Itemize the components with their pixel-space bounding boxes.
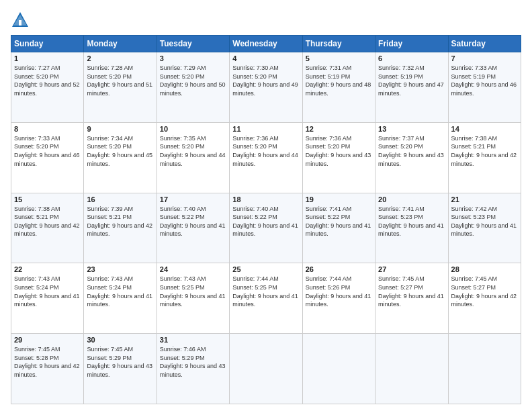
calendar-cell: 7Sunrise: 7:33 AMSunset: 5:19 PMDaylight… bbox=[448, 52, 521, 123]
calendar-cell: 29Sunrise: 7:45 AMSunset: 5:28 PMDayligh… bbox=[11, 334, 84, 404]
calendar-cell: 30Sunrise: 7:45 AMSunset: 5:29 PMDayligh… bbox=[84, 334, 157, 404]
calendar-cell: 6Sunrise: 7:32 AMSunset: 5:19 PMDaylight… bbox=[375, 52, 448, 123]
weekday-header: Thursday bbox=[302, 36, 375, 52]
day-number: 10 bbox=[160, 125, 226, 133]
day-number: 15 bbox=[14, 195, 81, 203]
calendar-week-row: 8Sunrise: 7:33 AMSunset: 5:20 PMDaylight… bbox=[11, 122, 521, 193]
day-info: Sunrise: 7:44 AMSunset: 5:26 PMDaylight:… bbox=[306, 275, 372, 308]
day-info: Sunrise: 7:38 AMSunset: 5:21 PMDaylight:… bbox=[451, 134, 518, 168]
day-number: 28 bbox=[451, 265, 518, 273]
header-row: SundayMondayTuesdayWednesdayThursdayFrid… bbox=[11, 36, 521, 52]
day-number: 7 bbox=[451, 54, 518, 62]
day-number: 5 bbox=[306, 54, 372, 62]
calendar-cell: 22Sunrise: 7:43 AMSunset: 5:24 PMDayligh… bbox=[11, 263, 84, 334]
day-info: Sunrise: 7:45 AMSunset: 5:29 PMDaylight:… bbox=[87, 345, 153, 379]
calendar-cell: 27Sunrise: 7:45 AMSunset: 5:27 PMDayligh… bbox=[375, 263, 448, 334]
day-number: 13 bbox=[378, 125, 445, 133]
day-number: 8 bbox=[14, 125, 81, 133]
day-info: Sunrise: 7:27 AMSunset: 5:20 PMDaylight:… bbox=[14, 64, 81, 97]
day-info: Sunrise: 7:36 AMSunset: 5:20 PMDaylight:… bbox=[306, 134, 372, 168]
day-number: 29 bbox=[14, 336, 81, 344]
day-info: Sunrise: 7:45 AMSunset: 5:27 PMDaylight:… bbox=[451, 275, 518, 308]
weekday-header: Wednesday bbox=[230, 36, 302, 52]
day-number: 25 bbox=[232, 265, 299, 273]
day-number: 14 bbox=[451, 125, 518, 133]
day-info: Sunrise: 7:28 AMSunset: 5:20 PMDaylight:… bbox=[87, 64, 153, 97]
calendar-cell: 10Sunrise: 7:35 AMSunset: 5:20 PMDayligh… bbox=[157, 122, 229, 193]
logo-icon bbox=[11, 11, 30, 30]
day-number: 1 bbox=[14, 54, 81, 62]
day-number: 11 bbox=[232, 125, 299, 133]
day-info: Sunrise: 7:32 AMSunset: 5:19 PMDaylight:… bbox=[378, 64, 445, 97]
calendar-cell: 12Sunrise: 7:36 AMSunset: 5:20 PMDayligh… bbox=[302, 122, 375, 193]
day-info: Sunrise: 7:41 AMSunset: 5:23 PMDaylight:… bbox=[378, 205, 445, 238]
calendar-week-row: 15Sunrise: 7:38 AMSunset: 5:21 PMDayligh… bbox=[11, 193, 521, 263]
day-number: 21 bbox=[451, 195, 518, 203]
day-info: Sunrise: 7:34 AMSunset: 5:20 PMDaylight:… bbox=[87, 134, 153, 168]
calendar-cell: 23Sunrise: 7:43 AMSunset: 5:24 PMDayligh… bbox=[84, 263, 157, 334]
day-info: Sunrise: 7:42 AMSunset: 5:23 PMDaylight:… bbox=[451, 205, 518, 238]
calendar-cell bbox=[375, 334, 448, 404]
weekday-header: Friday bbox=[375, 36, 448, 52]
day-info: Sunrise: 7:35 AMSunset: 5:20 PMDaylight:… bbox=[160, 134, 226, 168]
calendar-cell: 9Sunrise: 7:34 AMSunset: 5:20 PMDaylight… bbox=[84, 122, 157, 193]
header bbox=[11, 11, 521, 30]
calendar-cell: 13Sunrise: 7:37 AMSunset: 5:20 PMDayligh… bbox=[375, 122, 448, 193]
day-info: Sunrise: 7:33 AMSunset: 5:19 PMDaylight:… bbox=[451, 64, 518, 97]
day-number: 9 bbox=[87, 125, 153, 133]
day-number: 22 bbox=[14, 265, 81, 273]
day-info: Sunrise: 7:33 AMSunset: 5:20 PMDaylight:… bbox=[14, 134, 81, 168]
calendar-cell: 8Sunrise: 7:33 AMSunset: 5:20 PMDaylight… bbox=[11, 122, 84, 193]
day-number: 18 bbox=[232, 195, 299, 203]
day-number: 12 bbox=[306, 125, 372, 133]
day-info: Sunrise: 7:31 AMSunset: 5:19 PMDaylight:… bbox=[306, 64, 372, 97]
calendar-cell: 24Sunrise: 7:43 AMSunset: 5:25 PMDayligh… bbox=[157, 263, 229, 334]
day-info: Sunrise: 7:44 AMSunset: 5:25 PMDaylight:… bbox=[232, 275, 299, 308]
calendar-cell: 28Sunrise: 7:45 AMSunset: 5:27 PMDayligh… bbox=[448, 263, 521, 334]
logo bbox=[11, 11, 32, 30]
calendar-cell: 15Sunrise: 7:38 AMSunset: 5:21 PMDayligh… bbox=[11, 193, 84, 263]
calendar-cell: 16Sunrise: 7:39 AMSunset: 5:21 PMDayligh… bbox=[84, 193, 157, 263]
day-number: 27 bbox=[378, 265, 445, 273]
calendar-cell bbox=[230, 334, 302, 404]
calendar-cell bbox=[302, 334, 375, 404]
day-number: 2 bbox=[87, 54, 153, 62]
day-info: Sunrise: 7:43 AMSunset: 5:24 PMDaylight:… bbox=[87, 275, 153, 308]
day-info: Sunrise: 7:29 AMSunset: 5:20 PMDaylight:… bbox=[160, 64, 226, 97]
day-info: Sunrise: 7:36 AMSunset: 5:20 PMDaylight:… bbox=[232, 134, 299, 168]
weekday-header: Saturday bbox=[448, 36, 521, 52]
day-number: 4 bbox=[232, 54, 299, 62]
calendar-cell: 21Sunrise: 7:42 AMSunset: 5:23 PMDayligh… bbox=[448, 193, 521, 263]
day-info: Sunrise: 7:43 AMSunset: 5:25 PMDaylight:… bbox=[160, 275, 226, 308]
day-number: 19 bbox=[306, 195, 372, 203]
calendar-cell: 5Sunrise: 7:31 AMSunset: 5:19 PMDaylight… bbox=[302, 52, 375, 123]
weekday-header: Monday bbox=[84, 36, 157, 52]
day-info: Sunrise: 7:45 AMSunset: 5:27 PMDaylight:… bbox=[378, 275, 445, 308]
calendar-week-row: 29Sunrise: 7:45 AMSunset: 5:28 PMDayligh… bbox=[11, 334, 521, 404]
day-number: 24 bbox=[160, 265, 226, 273]
day-info: Sunrise: 7:43 AMSunset: 5:24 PMDaylight:… bbox=[14, 275, 81, 308]
day-number: 16 bbox=[87, 195, 153, 203]
day-info: Sunrise: 7:46 AMSunset: 5:29 PMDaylight:… bbox=[160, 345, 226, 379]
day-number: 3 bbox=[160, 54, 226, 62]
calendar-cell: 14Sunrise: 7:38 AMSunset: 5:21 PMDayligh… bbox=[448, 122, 521, 193]
calendar-cell: 19Sunrise: 7:41 AMSunset: 5:22 PMDayligh… bbox=[302, 193, 375, 263]
day-info: Sunrise: 7:41 AMSunset: 5:22 PMDaylight:… bbox=[306, 205, 372, 238]
calendar-cell bbox=[448, 334, 521, 404]
day-info: Sunrise: 7:30 AMSunset: 5:20 PMDaylight:… bbox=[232, 64, 299, 97]
day-number: 20 bbox=[378, 195, 445, 203]
day-info: Sunrise: 7:40 AMSunset: 5:22 PMDaylight:… bbox=[232, 205, 299, 238]
calendar-cell: 4Sunrise: 7:30 AMSunset: 5:20 PMDaylight… bbox=[230, 52, 302, 123]
day-info: Sunrise: 7:40 AMSunset: 5:22 PMDaylight:… bbox=[160, 205, 226, 238]
calendar-cell: 1Sunrise: 7:27 AMSunset: 5:20 PMDaylight… bbox=[11, 52, 84, 123]
calendar: SundayMondayTuesdayWednesdayThursdayFrid… bbox=[11, 35, 521, 404]
day-info: Sunrise: 7:37 AMSunset: 5:20 PMDaylight:… bbox=[378, 134, 445, 168]
calendar-cell: 20Sunrise: 7:41 AMSunset: 5:23 PMDayligh… bbox=[375, 193, 448, 263]
calendar-cell: 18Sunrise: 7:40 AMSunset: 5:22 PMDayligh… bbox=[230, 193, 302, 263]
calendar-table: SundayMondayTuesdayWednesdayThursdayFrid… bbox=[11, 35, 521, 404]
calendar-cell: 2Sunrise: 7:28 AMSunset: 5:20 PMDaylight… bbox=[84, 52, 157, 123]
weekday-header: Sunday bbox=[11, 36, 84, 52]
day-number: 31 bbox=[160, 336, 226, 344]
calendar-cell: 17Sunrise: 7:40 AMSunset: 5:22 PMDayligh… bbox=[157, 193, 229, 263]
calendar-week-row: 22Sunrise: 7:43 AMSunset: 5:24 PMDayligh… bbox=[11, 263, 521, 334]
